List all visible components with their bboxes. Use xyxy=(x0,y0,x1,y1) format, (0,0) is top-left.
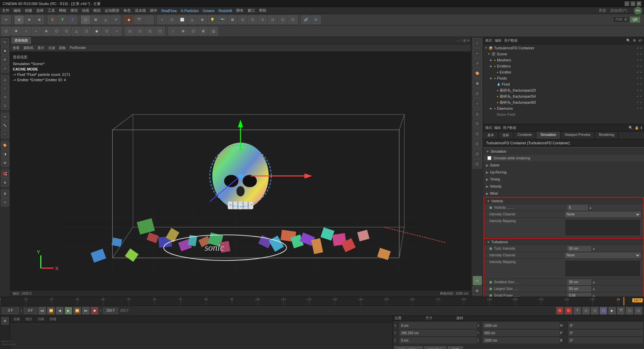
rs-btn2[interactable]: ↔ xyxy=(473,48,482,58)
props-lock-icon[interactable]: 🔒 xyxy=(635,126,639,130)
left-btn-grid[interactable]: ⊞ xyxy=(1,190,9,198)
extra-btn[interactable]: ⬡ xyxy=(635,307,642,314)
coord-absolute-btn[interactable]: 绝对尺寸 xyxy=(424,346,446,349)
largest-spinner[interactable]: ▲ xyxy=(592,287,596,291)
minimize-btn[interactable]: ─ xyxy=(625,1,629,6)
maximize-btn[interactable]: □ xyxy=(631,1,635,6)
props-search-icon[interactable]: 🔍 xyxy=(629,126,633,130)
smallest-spinner[interactable]: ▲ xyxy=(592,280,596,284)
left-btn-scale[interactable]: ⤢ xyxy=(1,64,9,72)
mode-btn-1[interactable]: ⊕ xyxy=(14,15,24,24)
current-frame-input[interactable] xyxy=(2,308,19,314)
scene-mode-tab[interactable]: 模式 xyxy=(485,38,492,43)
rs-btn13[interactable]: ⬡ xyxy=(473,159,482,168)
menu-anim[interactable]: 动画 xyxy=(82,8,89,13)
menu-tools[interactable]: 工具 xyxy=(48,8,55,13)
scene-user-tab[interactable]: 用户数据 xyxy=(504,38,518,43)
y-size-input[interactable] xyxy=(483,330,560,336)
rs-btn-eq1[interactable]: =1 xyxy=(473,276,482,285)
left-btn-cut[interactable]: ✂ xyxy=(1,113,9,121)
tab-coords[interactable]: 坐标 xyxy=(498,132,514,139)
scene-search-icon[interactable]: 🔍 xyxy=(626,39,630,42)
snap-btn[interactable]: 🔗 xyxy=(301,15,311,24)
goto-start-btn[interactable]: ⏮ xyxy=(39,307,46,314)
obj-btn7[interactable]: 📷 xyxy=(218,15,227,24)
left-btn-magnet[interactable]: 🧲 xyxy=(1,170,9,178)
tree-fracture20[interactable]: ▶ ● 裂碎头_fracturepart20 ✓ ✓ xyxy=(483,87,644,93)
rs-btn8[interactable]: △ xyxy=(473,109,482,118)
coord-relative-btn[interactable]: 对象（相对） xyxy=(394,346,423,349)
scene-edit-tab[interactable]: 编辑 xyxy=(495,38,501,43)
sub-btn9[interactable]: ⬡ xyxy=(82,27,91,36)
tree-noise-field[interactable]: ▶ Noise Field xyxy=(483,111,644,117)
sub-btn7[interactable]: ⬡ xyxy=(62,27,71,36)
menu-char[interactable]: 角色 xyxy=(123,8,131,13)
qr-btn[interactable]: QR xyxy=(630,17,640,22)
vorticity-spinner-up[interactable]: ▲ xyxy=(589,206,592,209)
x-size-input[interactable] xyxy=(483,322,560,329)
obj-btn5[interactable]: ⊕ xyxy=(198,15,207,24)
left-btn-circle[interactable]: ○ xyxy=(1,84,9,92)
section-simulation-header[interactable]: ▼ Simulation xyxy=(483,148,644,155)
section-vorticity-header[interactable]: ▼ Vorticity xyxy=(484,198,643,204)
rs-btn7[interactable]: ○ xyxy=(473,99,482,108)
sub-btn11[interactable]: ⬡ xyxy=(102,27,111,36)
record-btn[interactable]: ⏺ xyxy=(91,307,98,314)
h-rot-input[interactable] xyxy=(568,322,643,329)
bottom-tab-keys[interactable]: 按键 xyxy=(48,317,58,321)
menu-mesh[interactable]: 网格 xyxy=(59,8,66,13)
rs-btn6[interactable]: ⬡ xyxy=(473,89,482,98)
obj-btn11[interactable]: ⬡ xyxy=(258,15,267,24)
bottom-tab-create[interactable]: 创建 xyxy=(12,317,21,321)
sub-btn4[interactable]: ↔ xyxy=(32,27,41,36)
tree-fracture54[interactable]: ▶ ● 裂碎头_fracturepart54 ✓ ✓ xyxy=(483,93,644,99)
tab-rendering[interactable]: Rendering xyxy=(595,132,619,139)
transform-btn[interactable]: ⬡ xyxy=(81,15,90,24)
left-btn-snap[interactable]: ⬡ xyxy=(1,198,9,206)
tab-container[interactable]: Container xyxy=(514,132,536,139)
section-turbulence-header[interactable]: ▼ Turbulence xyxy=(484,239,643,245)
menu-rig[interactable]: 摆控 xyxy=(70,8,78,13)
props-mode-tab[interactable]: 模式 xyxy=(485,126,492,130)
edge-btn[interactable]: ↗ xyxy=(111,15,120,24)
left-btn-rotate[interactable]: ⟳ xyxy=(1,56,9,64)
step-fwd-btn[interactable]: ⏩ xyxy=(73,307,81,314)
rs-btn-gear[interactable]: ⚙ xyxy=(473,286,482,295)
tree-fracture83[interactable]: ▶ ● 裂碎头_fracturepart83 ✓ ✓ xyxy=(483,99,644,105)
z-pos-input[interactable] xyxy=(399,337,477,343)
tree-turbulencefd[interactable]: ▼ 📦 TurbulenceFD Container ✓ ✓ xyxy=(483,45,644,51)
end-frame-input[interactable] xyxy=(103,308,118,314)
play-back-btn[interactable]: ◀ xyxy=(56,307,63,314)
sub-btn3[interactable]: ○ xyxy=(21,27,31,36)
play-btn2[interactable]: ▶ xyxy=(608,307,616,314)
left-btn-material[interactable]: ◑ xyxy=(1,150,9,158)
coord-apply-btn[interactable]: 应用 xyxy=(448,346,463,349)
vp-panel[interactable]: 面板 xyxy=(58,46,67,50)
sub-btn21[interactable]: ◫ xyxy=(209,27,218,36)
start-frame-input[interactable] xyxy=(24,308,37,314)
help-btn[interactable]: ? xyxy=(574,307,581,314)
menu-file[interactable]: 文件 xyxy=(2,8,9,13)
play-btn[interactable]: ▶ xyxy=(65,307,72,314)
tree-emitter[interactable]: ▶ ● Emitter ✓ ✓ xyxy=(483,69,644,75)
section-solver-header[interactable]: ▶ Solver xyxy=(483,162,644,168)
axis-x[interactable]: X xyxy=(48,15,57,24)
left-btn-uv[interactable]: ⊞ xyxy=(1,159,9,167)
sub-btn15[interactable]: ⬡ xyxy=(145,27,155,36)
tree-fluid[interactable]: ▶ 💧 Fluid ✓ ✓ xyxy=(483,81,644,87)
sub-btn2[interactable]: ✥ xyxy=(11,27,21,36)
menu-help[interactable]: 帮助 xyxy=(259,8,266,13)
z-size-input[interactable] xyxy=(483,337,560,343)
profile-icon[interactable]: RG xyxy=(634,7,642,15)
obj-btn4[interactable]: △ xyxy=(187,15,197,24)
rs-btn12[interactable]: ⬡ xyxy=(473,149,482,158)
axis-y[interactable]: Y xyxy=(58,15,67,24)
render2-btn[interactable]: 🎬 xyxy=(134,15,144,24)
vp-camera[interactable]: 摄影机 xyxy=(22,46,35,50)
menu-octane[interactable]: Octane xyxy=(203,9,214,13)
menu-script[interactable]: 脚本 xyxy=(236,8,244,13)
left-btn-texture[interactable]: 🎨 xyxy=(1,141,9,149)
vp-display[interactable]: 显示 xyxy=(36,46,46,50)
bottom-tab-func[interactable]: 功能 xyxy=(36,317,46,321)
menu-xparticles[interactable]: X-Particles xyxy=(181,9,199,13)
